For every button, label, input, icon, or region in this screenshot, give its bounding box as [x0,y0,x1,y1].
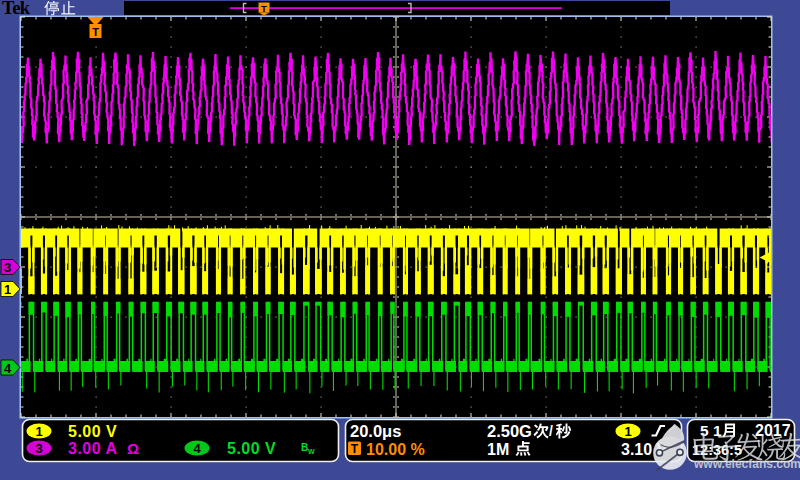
svg-text:4: 4 [4,361,12,376]
svg-text:2.50G: 2.50G [487,422,532,440]
svg-text:4: 4 [193,441,201,456]
svg-text:3.00 A: 3.00 A [68,440,118,457]
svg-text:5.00 V: 5.00 V [68,423,117,440]
svg-text:www.elecfans.com: www.elecfans.com [693,457,800,471]
svg-text:10.00 %: 10.00 % [366,441,425,458]
svg-text:T: T [261,3,267,14]
svg-text:20.0μs: 20.0μs [350,422,401,440]
svg-text:Tek: Tek [2,0,31,18]
svg-text:3: 3 [35,441,42,456]
svg-text:W: W [308,448,315,455]
svg-text:5.00 V: 5.00 V [227,440,276,457]
svg-text:1M: 1M [487,441,509,458]
svg-text:T: T [92,26,99,38]
svg-text:1: 1 [4,282,11,297]
svg-text:T: T [351,442,359,456]
svg-text:1: 1 [624,424,631,439]
svg-text:/: / [549,423,553,439]
svg-text:3: 3 [4,260,11,275]
svg-text:1: 1 [35,424,42,439]
svg-text:Ω: Ω [127,440,139,457]
